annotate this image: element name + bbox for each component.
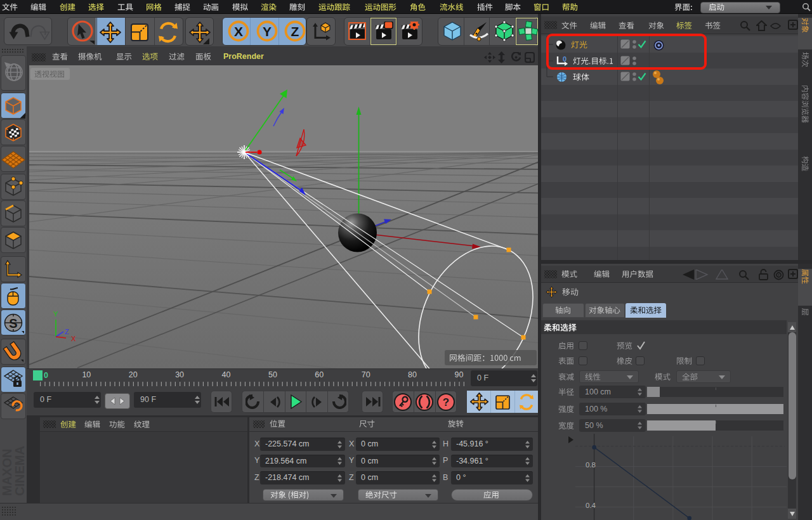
svg-text:Y: Y (53, 310, 58, 318)
svg-text:S: S (9, 316, 17, 330)
svg-text:Z: Z (65, 328, 69, 335)
svg-text:Z: Z (291, 24, 299, 39)
svg-text:X: X (234, 24, 243, 39)
svg-text:?: ? (443, 396, 449, 408)
svg-text:Y: Y (263, 24, 272, 39)
svg-text:X: X (71, 335, 76, 342)
